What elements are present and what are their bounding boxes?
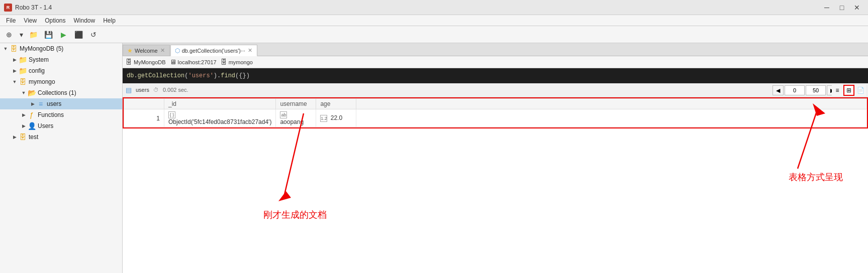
tree-arrow-root: ▼ (2, 46, 9, 51)
svg-marker-1 (278, 191, 291, 201)
clock-icon: ⏱ (153, 87, 159, 93)
app-title: Robo 3T - 1.4 (15, 4, 52, 11)
open-button[interactable]: 📁 (26, 28, 40, 41)
obj-icon-1: { } (168, 111, 175, 118)
sidebar-label-users-group: Users (38, 122, 53, 129)
menu-help[interactable]: Help (99, 16, 120, 25)
sidebar-item-collections[interactable]: ▼ 📂 Collections (1) (0, 87, 122, 98)
num-icon-1: 1.2 (320, 115, 327, 122)
conn-collection: 🗄 mymongo (221, 58, 253, 66)
tree-arrow-users-group: ▶ (20, 123, 27, 128)
sidebar-label-config: config (29, 67, 45, 74)
maximize-button[interactable]: □ (835, 2, 849, 13)
title-bar-left: R Robo 3T - 1.4 (4, 4, 52, 12)
sidebar-label-collections: Collections (1) (38, 89, 76, 96)
sidebar-label-mymongo: mymongo (29, 78, 55, 85)
table-view-button[interactable]: ⊞ (843, 85, 854, 96)
view-modes: ≡ ⊞ 📄 (832, 83, 868, 97)
col-header-username: username (276, 99, 316, 109)
tab-label-query: db.getCollection('users')··· (182, 48, 245, 54)
sidebar: ▼ 🗄 MyMongoDB (5) ▶ 📁 System ▶ 📁 config … (0, 43, 123, 273)
results-toolbar-wrapper: ▤ users ⏱ 0.002 sec. ◀ ▶ ≡ ⊞ 📄 (123, 83, 868, 97)
tree-arrow-system: ▶ (11, 57, 18, 62)
tab-close-query[interactable]: ✕ (247, 47, 253, 54)
sidebar-item-mymongo[interactable]: ▼ 🗄 mymongo (0, 76, 122, 87)
func-icon-functions: ƒ (27, 110, 36, 119)
row-num-header (124, 99, 164, 109)
sidebar-item-users[interactable]: ▶ ≡ users (0, 98, 122, 109)
cell-username-value-1: aoopang (280, 118, 304, 125)
connect-dropdown[interactable]: ▾ (17, 28, 25, 41)
results-wrapper: ▤ users ⏱ 0.002 sec. ◀ ▶ ≡ ⊞ 📄 (123, 83, 868, 273)
app-icon: R (4, 4, 12, 12)
query-editor[interactable]: db.getCollection('users').find({}) (123, 68, 868, 83)
cell-username-1: ab aoopang (276, 109, 316, 127)
tree-arrow-mymongo: ▼ (11, 79, 18, 84)
tab-query[interactable]: ⬡ db.getCollection('users')··· ✕ (170, 45, 257, 56)
cell-empty-1 (356, 109, 867, 127)
menu-file[interactable]: File (2, 16, 20, 25)
col-header-empty (356, 99, 867, 109)
page-number-input[interactable] (785, 85, 805, 95)
tab-close-welcome[interactable]: ✕ (160, 47, 165, 54)
db-icon-test: 🗄 (18, 132, 27, 142)
row-number-1: 1 (124, 109, 164, 127)
sidebar-item-functions[interactable]: ▶ ƒ Functions (0, 109, 122, 120)
tree-arrow-users: ▶ (29, 101, 36, 106)
folder-icon-config: 📁 (18, 66, 27, 75)
stop-button[interactable]: ⬛ (71, 28, 85, 41)
menu-view[interactable]: View (20, 16, 41, 25)
results-collection-icon: ▤ (126, 86, 132, 94)
menu-window[interactable]: Window (70, 16, 100, 25)
page-size-input[interactable] (806, 85, 826, 95)
tab-welcome[interactable]: ★ Welcome ✕ (123, 45, 170, 56)
results-collection-name: users (136, 87, 149, 93)
tree-arrow-functions: ▶ (20, 112, 27, 117)
text-view-button[interactable]: 📄 (855, 85, 866, 96)
cell-id-value-1: ObjectId('5fc14fed0ac8731facb27ad4') (168, 118, 271, 125)
results-time: 0.002 sec. (163, 87, 188, 93)
sidebar-item-system[interactable]: ▶ 📁 System (0, 54, 122, 65)
conn-collection-icon: 🗄 (221, 58, 227, 66)
list-view-button[interactable]: ≡ (832, 85, 843, 96)
sidebar-item-users-group[interactable]: ▶ 👤 Users (0, 120, 122, 131)
str-icon-1: ab (280, 111, 287, 118)
minimize-button[interactable]: ─ (820, 2, 834, 13)
window-controls: ─ □ ✕ (820, 2, 864, 13)
query-text-db: db (127, 72, 134, 79)
results-container: _id username age 1 { } ObjectId('5fc14fe… (123, 97, 868, 128)
connection-bar: 🗄 MyMongoDB 🖥 localhost:27017 🗄 mymongo (123, 56, 868, 68)
col-header-age: age (316, 99, 356, 109)
conn-db-icon: 🗄 (126, 58, 132, 66)
tab-icon-welcome: ★ (127, 47, 133, 54)
user-icon: 👤 (27, 121, 36, 130)
tree-arrow-config: ▶ (11, 68, 18, 73)
cell-id-1: { } ObjectId('5fc14fed0ac8731facb27ad4') (164, 109, 276, 127)
save-button[interactable]: 💾 (41, 28, 55, 41)
close-button[interactable]: ✕ (850, 2, 864, 13)
refresh-button[interactable]: ↺ (86, 28, 101, 41)
content-area: ★ Welcome ✕ ⬡ db.getCollection('users')·… (123, 43, 868, 273)
sidebar-item-mymongodb-root[interactable]: ▼ 🗄 MyMongoDB (5) (0, 43, 122, 54)
pagination: ◀ ▶ (773, 83, 838, 97)
tree-arrow-collections: ▼ (20, 90, 27, 95)
connect-button[interactable]: ⊕ (2, 28, 16, 41)
run-button[interactable]: ▶ (56, 28, 70, 41)
conn-host-icon: 🖥 (170, 58, 176, 66)
prev-page-button[interactable]: ◀ (773, 85, 784, 95)
results-toolbar: ▤ users ⏱ 0.002 sec. (123, 83, 868, 97)
cell-age-1: 1.2 22.0 (316, 109, 356, 127)
collection-icon-users: ≡ (36, 99, 45, 108)
sidebar-item-test[interactable]: ▶ 🗄 test (0, 131, 122, 143)
sidebar-label-users: users (47, 100, 61, 107)
menu-options[interactable]: Options (41, 16, 69, 25)
folder-icon-system: 📁 (18, 55, 27, 64)
sidebar-item-config[interactable]: ▶ 📁 config (0, 65, 122, 76)
conn-host-label: localhost:27017 (178, 59, 217, 65)
data-table: _id username age 1 { } ObjectId('5fc14fe… (124, 98, 867, 127)
conn-db: 🗄 MyMongoDB (126, 58, 166, 66)
annotation-text-1: 刚才生成的文档 (263, 209, 327, 221)
tree-arrow-test: ▶ (11, 134, 18, 140)
menu-bar: File View Options Window Help (0, 15, 868, 26)
title-bar: R Robo 3T - 1.4 ─ □ ✕ (0, 0, 868, 15)
